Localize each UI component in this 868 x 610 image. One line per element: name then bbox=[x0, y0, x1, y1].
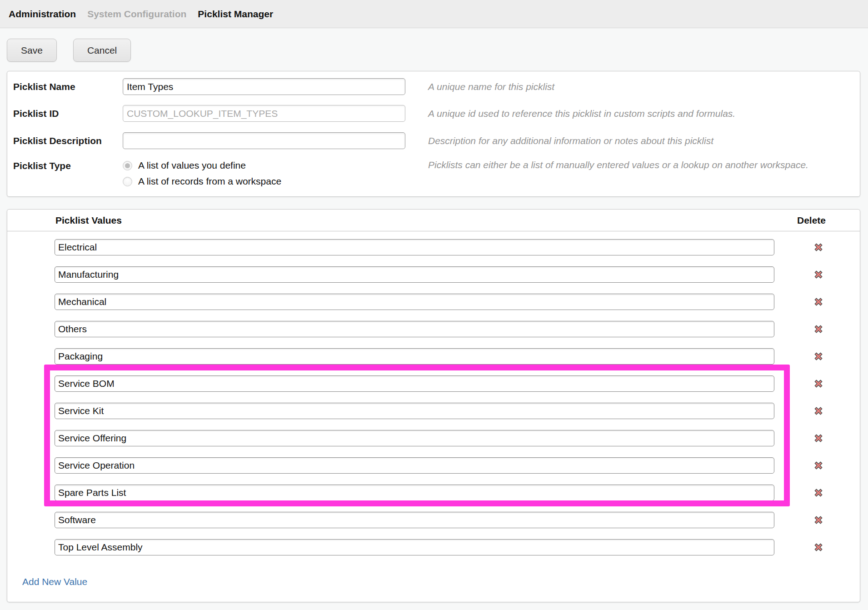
delete-icon[interactable] bbox=[812, 432, 825, 445]
top-nav-bar: Administration System Configuration Pick… bbox=[0, 0, 868, 28]
action-toolbar: Save Cancel bbox=[7, 39, 131, 62]
picklist-value-row bbox=[55, 485, 860, 501]
delete-icon[interactable] bbox=[812, 514, 825, 526]
picklist-value-row bbox=[55, 294, 860, 310]
picklist-name-label: Picklist Name bbox=[13, 81, 123, 92]
picklist-value-input[interactable] bbox=[55, 321, 774, 337]
picklist-value-input[interactable] bbox=[55, 375, 774, 392]
radio-option-label: A list of records from a workspace bbox=[138, 176, 281, 187]
picklist-value-input[interactable] bbox=[55, 239, 774, 255]
picklist-description-row: Picklist Description Description for any… bbox=[13, 132, 854, 149]
values-column-header: Picklist Values bbox=[55, 215, 122, 226]
radio-option-label: A list of values you define bbox=[138, 160, 246, 171]
picklist-type-options: A list of values you define A list of re… bbox=[123, 159, 281, 188]
radio-option-values-define[interactable]: A list of values you define bbox=[123, 159, 281, 172]
nav-system-configuration[interactable]: System Configuration bbox=[87, 9, 186, 20]
picklist-name-input[interactable] bbox=[123, 78, 405, 95]
picklist-value-input[interactable] bbox=[55, 348, 774, 365]
picklist-value-row bbox=[55, 539, 860, 555]
picklist-id-label: Picklist ID bbox=[13, 108, 123, 119]
picklist-value-row bbox=[55, 266, 860, 283]
cancel-button[interactable]: Cancel bbox=[73, 39, 131, 62]
picklist-description-help: Description for any additional informati… bbox=[428, 135, 713, 146]
delete-icon[interactable] bbox=[812, 295, 825, 308]
values-table-header: Picklist Values Delete bbox=[7, 210, 860, 231]
picklist-value-input[interactable] bbox=[55, 457, 774, 474]
delete-icon[interactable] bbox=[812, 405, 825, 417]
picklist-id-help: A unique id used to reference this pickl… bbox=[428, 108, 735, 119]
picklist-value-row bbox=[55, 430, 860, 446]
picklist-value-row bbox=[55, 512, 860, 528]
picklist-name-help: A unique name for this picklist bbox=[428, 81, 554, 92]
delete-column-header: Delete bbox=[797, 215, 826, 226]
picklist-form-panel: Picklist Name A unique name for this pic… bbox=[7, 71, 860, 197]
delete-icon[interactable] bbox=[812, 350, 825, 363]
picklist-type-label: Picklist Type bbox=[13, 159, 123, 171]
picklist-description-label: Picklist Description bbox=[13, 135, 123, 146]
delete-icon[interactable] bbox=[812, 377, 825, 390]
picklist-type-help: Picklists can either be a list of manual… bbox=[428, 160, 808, 170]
delete-icon[interactable] bbox=[812, 241, 825, 254]
delete-icon[interactable] bbox=[812, 323, 825, 335]
picklist-name-row: Picklist Name A unique name for this pic… bbox=[13, 78, 854, 95]
values-row-list bbox=[7, 231, 860, 555]
picklist-values-panel: Picklist Values Delete bbox=[7, 209, 860, 602]
picklist-value-row bbox=[55, 403, 860, 419]
picklist-value-row bbox=[55, 375, 860, 392]
radio-unselected-icon[interactable] bbox=[123, 177, 132, 186]
picklist-value-input[interactable] bbox=[55, 266, 774, 283]
picklist-id-input bbox=[123, 105, 405, 122]
picklist-value-input[interactable] bbox=[55, 539, 774, 555]
delete-icon[interactable] bbox=[812, 541, 825, 554]
add-new-value-link[interactable]: Add New Value bbox=[22, 576, 87, 587]
picklist-value-row bbox=[55, 457, 860, 474]
nav-administration[interactable]: Administration bbox=[9, 9, 76, 20]
picklist-value-input[interactable] bbox=[55, 403, 774, 419]
picklist-id-row: Picklist ID A unique id used to referenc… bbox=[13, 105, 854, 122]
picklist-value-input[interactable] bbox=[55, 512, 774, 528]
picklist-value-row bbox=[55, 348, 860, 365]
radio-option-records-workspace[interactable]: A list of records from a workspace bbox=[123, 175, 281, 188]
delete-icon[interactable] bbox=[812, 486, 825, 499]
picklist-value-input[interactable] bbox=[55, 294, 774, 310]
save-button[interactable]: Save bbox=[7, 39, 57, 62]
nav-picklist-manager[interactable]: Picklist Manager bbox=[198, 9, 273, 20]
picklist-type-row: Picklist Type A list of values you defin… bbox=[13, 159, 854, 195]
picklist-value-row bbox=[55, 239, 860, 255]
delete-icon[interactable] bbox=[812, 459, 825, 472]
delete-icon[interactable] bbox=[812, 268, 825, 281]
picklist-value-input[interactable] bbox=[55, 430, 774, 446]
picklist-value-row bbox=[55, 321, 860, 337]
picklist-description-input[interactable] bbox=[123, 132, 405, 149]
picklist-value-input[interactable] bbox=[55, 485, 774, 501]
radio-selected-icon[interactable] bbox=[123, 161, 132, 170]
